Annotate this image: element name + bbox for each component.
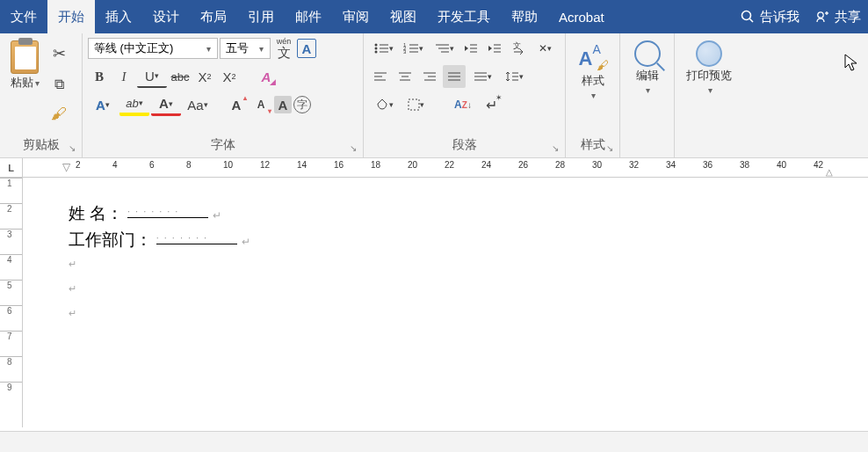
highlight-button[interactable]: ab▾ [119, 93, 149, 116]
ruler-v-tick: 8 [0, 356, 22, 382]
ruler-corner[interactable]: L [0, 158, 23, 178]
font-size-input[interactable] [221, 42, 254, 55]
font-dialog-launcher[interactable] [347, 142, 359, 154]
paragraph-mark: ↵ [242, 236, 250, 248]
align-justify-button[interactable] [443, 65, 466, 88]
ruler-horizontal[interactable]: 24681012141618202224262830323436384042 [23, 158, 868, 178]
char-shading-button[interactable]: A [274, 96, 292, 113]
char-border-button[interactable]: A [297, 39, 316, 58]
paste-label: 粘贴 [11, 76, 33, 89]
numbering-button[interactable]: 123▾ [400, 37, 429, 60]
tab-insert[interactable]: 插入 [95, 0, 142, 33]
doc-line-1: 姓 名： ······· ↵ [69, 202, 221, 225]
format-painter-button[interactable]: 🖌 [47, 103, 70, 126]
shading-button[interactable]: ▾ [369, 93, 399, 116]
text-direction-button[interactable]: 文 [508, 37, 530, 60]
tab-mailings[interactable]: 邮件 [285, 0, 332, 33]
copy-button[interactable]: ⧉ [47, 73, 70, 96]
line-spacing-button[interactable]: ▾ [499, 65, 529, 88]
font-name-input[interactable] [89, 42, 201, 55]
change-case-button[interactable]: Aa▾ [183, 93, 213, 116]
phonetic-guide-button[interactable]: wén文 [272, 37, 295, 60]
paragraph-dialog-launcher[interactable] [549, 142, 561, 154]
tab-help[interactable]: 帮助 [501, 0, 548, 33]
tab-developer[interactable]: 开发工具 [427, 0, 501, 33]
document-page[interactable]: 姓 名： ······· ↵ 工作部门： ······· ↵ ↵ ↵ ↵ [23, 178, 868, 427]
decrease-indent-button[interactable] [460, 37, 482, 60]
enclosed-char-button[interactable]: 字 [293, 96, 311, 113]
increase-indent-button[interactable] [484, 37, 506, 60]
tab-review[interactable]: 审阅 [332, 0, 380, 33]
mouse-cursor-icon [843, 53, 859, 72]
ruler-v-tick: 6 [0, 305, 22, 331]
search-icon [741, 10, 755, 24]
editing-label: 编辑 [636, 69, 659, 82]
ruler-h-tick: 34 [666, 160, 676, 170]
align-right-button[interactable] [418, 65, 441, 88]
align-distributed-button[interactable]: ▾ [467, 65, 497, 88]
asian-layout-button[interactable]: ✕▾ [531, 37, 560, 60]
ruler-vertical[interactable]: 123456789 [0, 178, 23, 427]
tab-layout[interactable]: 布局 [190, 0, 237, 33]
ruler-h-tick: 10 [223, 160, 233, 170]
ruler-h-tick: 4 [112, 160, 118, 170]
styles-dialog-launcher[interactable] [604, 142, 616, 154]
superscript-button[interactable]: X2 [218, 65, 241, 88]
font-color-button[interactable]: A▾ [151, 93, 181, 116]
strikethrough-button[interactable]: abc [169, 65, 192, 88]
ruler-h-tick: 12 [260, 160, 270, 170]
subscript-button[interactable]: X2 [193, 65, 216, 88]
tab-design[interactable]: 设计 [142, 0, 190, 33]
field-label-name: 姓 名： [69, 204, 123, 222]
tab-references[interactable]: 引用 [237, 0, 285, 33]
doc-line-2: 工作部门： ······· ↵ [69, 229, 250, 252]
field-underline-dept[interactable]: ······· [156, 229, 237, 244]
grow-font-button[interactable]: A▴ [225, 93, 248, 116]
editing-button[interactable]: 编辑 [628, 37, 667, 133]
bold-button[interactable]: B [88, 65, 111, 88]
font-size-combo[interactable]: ▾ [220, 38, 271, 59]
font-size-dropdown[interactable]: ▾ [254, 44, 268, 54]
left-indent-marker[interactable] [62, 161, 70, 173]
align-left-button[interactable] [369, 65, 392, 88]
font-name-dropdown[interactable]: ▾ [201, 44, 215, 54]
right-indent-marker[interactable] [826, 167, 833, 177]
styles-button[interactable]: AA🖌 样式 [574, 37, 612, 131]
svg-text:文: 文 [513, 41, 521, 50]
preview-icon [696, 40, 722, 67]
paragraph-group-label: 段落 [452, 137, 477, 151]
svg-point-2 [818, 12, 823, 18]
tell-me-search[interactable]: 告诉我 [732, 0, 808, 33]
cut-button[interactable]: ✂ [47, 42, 70, 65]
ribbon: 粘贴 ✂ ⧉ 🖌 剪贴板 ▾ ▾ wén文 A B I U▾ abc X2 [0, 33, 868, 158]
svg-point-5 [374, 44, 377, 47]
shrink-font-button[interactable]: A▾ [250, 93, 272, 116]
magnifier-icon [634, 40, 661, 67]
borders-button[interactable]: ▾ [401, 93, 430, 116]
print-preview-button[interactable]: 打印预览 [681, 37, 737, 133]
underline-button[interactable]: U▾ [137, 65, 167, 88]
tab-view[interactable]: 视图 [380, 0, 427, 33]
ruler-h-tick: 30 [592, 160, 602, 170]
multilevel-list-button[interactable]: ▾ [430, 37, 459, 60]
show-marks-button[interactable]: ↵✶ [480, 93, 503, 116]
align-center-button[interactable] [394, 65, 416, 88]
group-clipboard: 粘贴 ✂ ⧉ 🖌 剪贴板 [0, 33, 83, 157]
sort-button[interactable]: AZ↓ [448, 93, 478, 116]
bullets-button[interactable]: ▾ [369, 37, 398, 60]
field-underline-name[interactable]: ······· [127, 202, 208, 218]
field-label-dept: 工作部门： [69, 230, 152, 249]
svg-line-1 [749, 18, 753, 22]
tab-acrobat[interactable]: Acrobat [548, 0, 615, 33]
clear-format-button[interactable]: A◢ [255, 65, 278, 88]
ruler-v-tick: 2 [0, 203, 22, 229]
ruler-h-tick: 2 [76, 160, 81, 170]
paste-button[interactable]: 粘贴 [5, 37, 44, 131]
share-button[interactable]: 共享 [808, 0, 868, 33]
clipboard-dialog-launcher[interactable] [66, 142, 78, 154]
italic-button[interactable]: I [112, 65, 135, 88]
tab-file[interactable]: 文件 [0, 0, 47, 33]
text-effects-button[interactable]: A▾ [88, 93, 118, 116]
font-name-combo[interactable]: ▾ [88, 38, 218, 59]
tab-home[interactable]: 开始 [47, 0, 95, 33]
